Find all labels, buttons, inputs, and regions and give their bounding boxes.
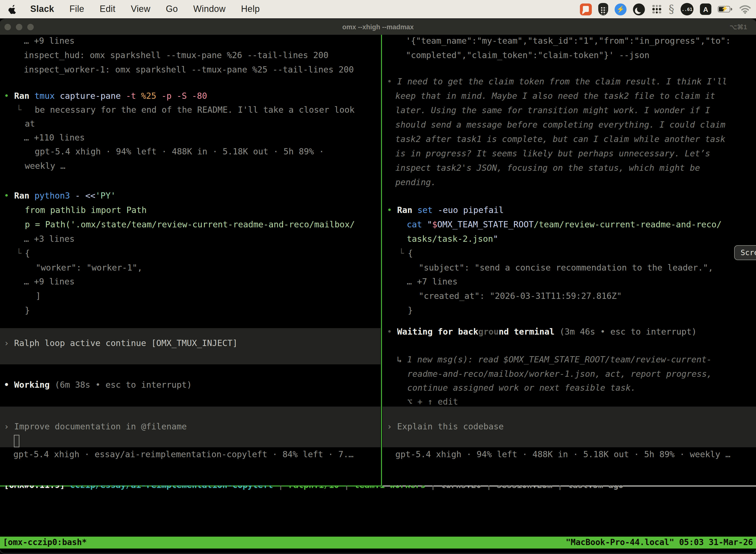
battery-charging-icon[interactable]: ⚡ bbox=[718, 6, 733, 13]
terminal-line: tasks/task-2.json" bbox=[407, 232, 498, 246]
menu-item-view[interactable]: View bbox=[131, 4, 150, 14]
screen-edge-tooltip: Scre bbox=[734, 245, 756, 260]
terminal-line: gpt-5.4 xhigh · 94% left · 488K in · 5.1… bbox=[35, 145, 324, 158]
terminal-line: be necessary for the end of the README. … bbox=[35, 103, 355, 117]
terminal-line: keep that in mind. Maybe I also need the… bbox=[395, 89, 715, 103]
terminal-content: workspace_mode: worktree… +9 linesinspec… bbox=[0, 35, 756, 553]
menu-item-edit[interactable]: Edit bbox=[100, 4, 116, 14]
terminal-line: inspect task2's JSON, focusing on the st… bbox=[395, 161, 700, 175]
terminal-line: • Waiting for background terminal (3m 46… bbox=[387, 325, 697, 339]
terminal-line: › Ralph loop active continue [OMX_TMUX_I… bbox=[4, 336, 238, 350]
terminal-line: … +3 lines bbox=[24, 232, 75, 246]
terminal-line: "worker": "worker-1", bbox=[36, 261, 142, 275]
terminal-line: { bbox=[25, 246, 30, 260]
window-shortcut-badge: ⌥⌘1 bbox=[730, 19, 747, 35]
terminal-line: continue assigned work or next feasible … bbox=[407, 381, 636, 395]
terminal-line: "created_at": "2026-03-31T11:59:27.816Z" bbox=[419, 289, 622, 303]
shield-keypad-icon[interactable] bbox=[598, 3, 608, 15]
terminal-line: pending. bbox=[395, 175, 436, 189]
terminal-line: p = Path('.omx/state/team/review-current… bbox=[25, 217, 355, 231]
terminal-line: gpt-5.4 xhigh · essay/ai-reimplementatio… bbox=[13, 447, 354, 461]
menu-bar: Slack File Edit View Go Window Help ⚡ § … bbox=[0, 0, 756, 18]
menu-item-help[interactable]: Help bbox=[241, 4, 260, 14]
terminal-line: › Improve documentation in @filename bbox=[4, 420, 187, 433]
terminal-line: [OMX#0.11.9] cczip/essay/ai-reimplementa… bbox=[4, 486, 624, 492]
menu-item-go[interactable]: Go bbox=[166, 4, 178, 14]
terminal-line: should send a message before completing … bbox=[395, 118, 726, 131]
terminal-line: inspect_hud: omx sparkshell --tmux-pane … bbox=[24, 48, 328, 62]
terminal-line: cat "$OMX_TEAM_STATE_ROOT/team/review-cu… bbox=[407, 217, 721, 231]
terminal-line: } bbox=[408, 303, 413, 317]
terminal-line: └ bbox=[399, 246, 404, 260]
wifi-icon[interactable] bbox=[739, 5, 751, 14]
terminal-line: ↳ 1 new msg(s): read $OMX_TEAM_STATE_ROO… bbox=[397, 352, 712, 366]
terminal-line: • Ran tmux capture-pane -t %25 -p -S -80 bbox=[4, 89, 207, 103]
terminal-line: • Working (6m 38s • esc to interrupt) bbox=[4, 378, 192, 392]
terminal-line: • Ran python3 - <<'PY' bbox=[4, 189, 116, 203]
badge-61-icon[interactable]: ..61 bbox=[681, 3, 693, 15]
terminal-line: '{"team_name":"my-team","task_id":"1","f… bbox=[406, 35, 731, 48]
crescent-app-icon[interactable] bbox=[633, 3, 645, 15]
chat-app-icon[interactable] bbox=[580, 3, 592, 15]
terminal-line: inspect_worker-1: omx sparkshell --tmux-… bbox=[24, 63, 354, 76]
terminal-line: └ bbox=[16, 103, 21, 117]
screen: Slack File Edit View Go Window Help ⚡ § … bbox=[0, 0, 756, 554]
terminal-line: "subject": "send a concise recommendatio… bbox=[419, 261, 713, 275]
terminal-line: from pathlib import Path bbox=[25, 203, 146, 217]
terminal-line: • Ran set -euo pipefail bbox=[387, 203, 504, 217]
menu-item-window[interactable]: Window bbox=[193, 4, 226, 14]
tmux-session-label[interactable]: [omx-cczip0:bash* bbox=[3, 537, 87, 549]
window-title: omx --xhigh --madmax bbox=[0, 19, 756, 35]
terminal-line: "completed","claim_token":"claim-token"}… bbox=[406, 48, 649, 62]
menu-status-icons: ⚡ § ..61 A ⚡ bbox=[580, 0, 751, 18]
dots-grid-icon[interactable] bbox=[651, 4, 662, 15]
tmux-status-bar: [omx-cczip0:bash* "MacBook-Pro-44.local"… bbox=[0, 537, 756, 549]
terminal-line: … +9 lines bbox=[24, 275, 75, 288]
terminal-line: … +110 lines bbox=[24, 130, 85, 145]
menu-item-slack[interactable]: Slack bbox=[30, 4, 54, 14]
tmux-host-clock-label: "MacBook-Pro-44.local" 05:03 31-Mar-26 bbox=[566, 537, 753, 549]
right-terminal-pane[interactable]: … +16 lines'{"team_name":"my-team","task… bbox=[382, 35, 756, 486]
text-cursor bbox=[14, 435, 19, 447]
terminal-line: weekly … bbox=[25, 159, 65, 173]
terminal-line: ] bbox=[36, 289, 41, 303]
left-terminal-pane[interactable]: workspace_mode: worktree… +9 linesinspec… bbox=[0, 35, 380, 486]
terminal-line: gpt-5.4 xhigh · 94% left · 488K in · 5.1… bbox=[395, 447, 731, 461]
terminal-line: • I need to get the claim token from the… bbox=[387, 74, 727, 88]
apple-menu-icon[interactable] bbox=[8, 4, 18, 15]
terminal-line: ⌥ + ↑ edit bbox=[407, 395, 458, 408]
terminal-line: is in progress? It seems likely but perh… bbox=[395, 147, 710, 160]
terminal-line: └ bbox=[16, 246, 21, 260]
terminal-line: … +7 lines bbox=[407, 275, 458, 288]
terminal-line: readme-and-reco/mailbox/worker-1.json, a… bbox=[407, 367, 712, 381]
terminal-window: omx --xhigh --madmax ⌥⌘1 workspace_mode:… bbox=[0, 19, 756, 553]
terminal-line: › Explain this codebase bbox=[387, 420, 504, 433]
omx-hud-pane: [OMX#0.11.9] cczip/essay/ai-reimplementa… bbox=[0, 486, 756, 537]
terminal-line: at bbox=[25, 117, 35, 130]
bolt-app-icon[interactable]: ⚡ bbox=[615, 3, 627, 15]
menu-items: Slack File Edit View Go Window Help bbox=[18, 4, 260, 14]
window-title-bar[interactable]: omx --xhigh --madmax ⌥⌘1 bbox=[0, 19, 756, 35]
hook-icon[interactable]: § bbox=[669, 3, 674, 15]
terminal-line: later. Using the same for transition mig… bbox=[395, 103, 710, 117]
terminal-line: { bbox=[408, 246, 413, 260]
menu-item-file[interactable]: File bbox=[69, 4, 84, 14]
terminal-line: task2 after task1 is complete, but can I… bbox=[395, 132, 726, 146]
terminal-line: … +9 lines bbox=[24, 35, 75, 48]
letter-a-icon[interactable]: A bbox=[700, 3, 711, 15]
terminal-line: } bbox=[25, 303, 30, 317]
